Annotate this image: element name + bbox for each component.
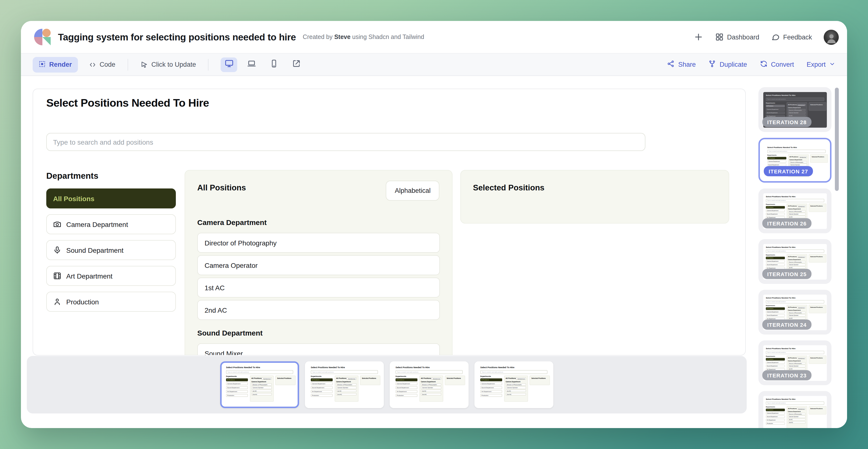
departments-list: All PositionsCamera DepartmentSound Depa… [46,189,176,312]
mini-app-preview: Select Positions Needed To HireType to s… [223,364,296,405]
plus-icon [693,32,703,42]
device-desktop-button[interactable] [221,57,238,72]
departments-section: Departments All PositionsCamera Departme… [46,171,176,318]
monitor-icon [224,59,234,70]
iteration-card-iteration-23[interactable]: Select Positions Needed To HireType to s… [758,341,832,385]
app-heading: Select Positions Needed To Hire [46,97,209,109]
mini-app-preview: Select Positions Needed To HireType to s… [308,364,381,405]
iteration-card-iteration-27[interactable]: Select Positions Needed To HireType to s… [758,138,832,183]
share-button[interactable]: Share [667,60,696,69]
version-thumbnail-2[interactable]: Select Positions Needed To HireType to s… [305,361,384,408]
iteration-card-iteration-28[interactable]: Select Positions Needed To HireType to s… [758,87,832,132]
department-label: Sound Department [66,246,123,254]
mini-app-preview: Select Positions Needed To HireType to s… [477,364,550,405]
position-row[interactable]: Sound Mixer [197,343,440,355]
position-row[interactable]: 2nd AC [197,300,440,320]
phone-icon [269,59,279,70]
toolbar: Render Code Click to Update [21,53,847,76]
iteration-card-partial[interactable]: Select Positions Needed To HireType to s… [758,391,832,428]
iteration-badge: ITERATION 26 [762,218,811,228]
position-row[interactable]: 1st AC [197,278,440,297]
version-thumbnail-1-selected[interactable]: Select Positions Needed To HireType to s… [220,361,299,408]
iteration-card-iteration-25[interactable]: Select Positions Needed To HireType to s… [758,239,832,284]
film-icon [53,272,61,280]
cursor-icon [140,61,148,68]
search-field-wrap [46,133,645,151]
open-preview-button[interactable] [288,57,305,72]
user-avatar[interactable] [824,29,839,44]
department-item-art-department[interactable]: Art Department [46,266,176,286]
chevron-down-icon [829,61,835,68]
person-icon [53,297,61,306]
app-logo-icon[interactable] [34,29,51,45]
divider [208,59,209,70]
iteration-card-iteration-26[interactable]: Select Positions Needed To HireType to s… [758,189,832,233]
position-row[interactable]: Director of Photography [197,233,440,253]
sidebar-scrollbar[interactable] [835,88,839,191]
dashboard-grid-icon [715,33,723,41]
device-laptop-button[interactable] [243,57,260,72]
department-item-sound-department[interactable]: Sound Department [46,240,176,260]
convert-button[interactable]: Convert [760,60,794,69]
group-heading: Camera Department [197,218,440,226]
group-heading: Sound Department [197,329,440,337]
preview-canvas: Select Positions Needed To Hire Departme… [33,89,746,355]
departments-heading: Departments [46,171,176,181]
department-label: All Positions [53,195,94,202]
microphone-icon [53,246,61,254]
window-header: Tagging system for selecting positions n… [21,21,847,53]
iteration-badge: ITERATION 27 [764,166,813,176]
department-item-all-positions[interactable]: All Positions [46,189,176,209]
app-window: Tagging system for selecting positions n… [21,21,847,428]
iteration-badge: ITERATION 25 [762,269,811,279]
department-label: Art Department [66,272,113,280]
export-button[interactable]: Export [807,61,835,68]
department-label: Production [66,298,99,306]
camera-icon [53,220,61,228]
laptop-icon [247,59,256,70]
new-project-button[interactable] [693,32,703,42]
department-item-production[interactable]: Production [46,292,176,312]
divider [128,59,128,70]
version-strip: Select Positions Needed To HireType to s… [27,356,747,413]
code-tab[interactable]: Code [88,61,116,68]
version-thumbnail-4[interactable]: Select Positions Needed To HireType to s… [474,361,553,408]
sort-alphabetical-button[interactable]: Alphabetical [386,181,439,201]
iteration-badge: ITERATION 24 [762,319,811,330]
render-icon [38,60,46,69]
version-thumbnail-3[interactable]: Select Positions Needed To HireType to s… [390,361,469,408]
desktop-background: Tagging system for selecting positions n… [0,0,868,449]
open-external-icon [292,59,301,70]
position-row[interactable]: Camera Operator [197,255,440,275]
share-icon [667,60,675,69]
render-tab[interactable]: Render [33,57,78,72]
fork-icon [709,60,716,69]
iteration-badge: ITERATION 28 [762,117,811,127]
byline: Created by Steve using Shadcn and Tailwi… [303,34,424,40]
all-positions-heading: All Positions [197,183,246,192]
iterations-sidebar: Select Positions Needed To HireType to s… [752,76,847,428]
refresh-icon [760,60,767,69]
mini-app-preview: Select Positions Needed To HireType to s… [763,396,827,428]
search-input[interactable] [47,133,645,151]
dashboard-button[interactable]: Dashboard [715,33,759,41]
iteration-card-iteration-24[interactable]: Select Positions Needed To HireType to s… [758,290,832,334]
chat-bubble-icon [771,33,780,41]
byline-author: Steve [334,34,350,40]
department-item-camera-department[interactable]: Camera Department [46,214,176,234]
all-positions-panel: All Positions Alphabetical Camera Depart… [185,170,453,355]
page-title: Tagging system for selecting positions n… [58,31,296,43]
click-to-update-button[interactable]: Click to Update [140,61,196,68]
mini-app-preview: Select Positions Needed To HireType to s… [393,364,466,405]
selected-positions-heading: Selected Positions [473,183,544,192]
position-groups: Camera DepartmentDirector of Photography… [197,218,440,355]
device-phone-button[interactable] [266,57,282,72]
iteration-badge: ITERATION 23 [762,370,811,380]
code-icon [88,61,96,68]
feedback-button[interactable]: Feedback [771,33,812,41]
duplicate-button[interactable]: Duplicate [709,60,747,69]
selected-positions-panel: Selected Positions [460,170,729,224]
department-label: Camera Department [66,220,128,228]
